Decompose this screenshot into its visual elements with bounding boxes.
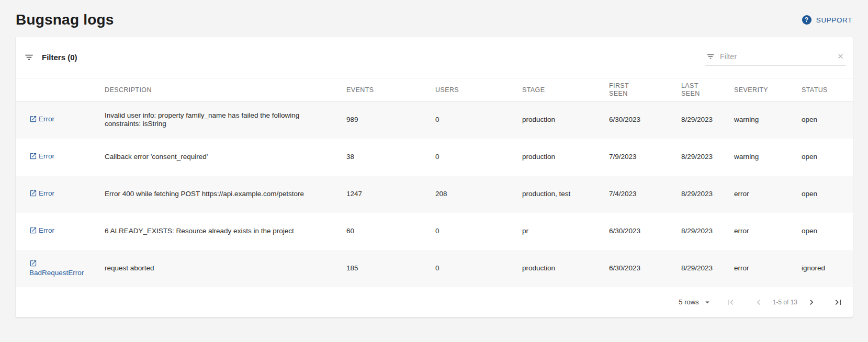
column-header-link bbox=[16, 78, 96, 101]
cell-status: open bbox=[793, 101, 853, 139]
first-page-button[interactable] bbox=[725, 297, 736, 307]
error-details-link[interactable]: Error bbox=[29, 189, 54, 197]
error-link-label: Error bbox=[39, 152, 54, 160]
cell-severity: warning bbox=[726, 139, 793, 176]
filter-input[interactable] bbox=[719, 52, 832, 61]
filters-button[interactable]: Filters (0) bbox=[24, 52, 77, 62]
cell-first-seen: 6/30/2023 bbox=[601, 250, 673, 287]
filter-list-icon bbox=[24, 52, 34, 62]
error-details-link[interactable]: BadRequestError bbox=[29, 259, 84, 277]
cell-stage: production bbox=[514, 101, 601, 139]
pagination-bar: 5 rows 1-5 of 13 bbox=[16, 287, 853, 317]
cell-stage: pr bbox=[514, 213, 601, 250]
error-details-link[interactable]: Error bbox=[29, 115, 54, 123]
table-row: BadRequestError request aborted 185 0 pr… bbox=[16, 250, 853, 287]
filter-list-icon bbox=[706, 52, 715, 61]
error-details-link[interactable]: Error bbox=[29, 226, 54, 234]
external-link-icon bbox=[29, 152, 37, 162]
page-title: Bugsnag logs bbox=[16, 12, 114, 28]
cell-events: 38 bbox=[338, 139, 427, 176]
external-link-icon bbox=[29, 115, 37, 124]
column-header-events[interactable]: EVENTS bbox=[338, 78, 427, 101]
cell-description: request aborted bbox=[96, 250, 338, 287]
cell-events: 60 bbox=[338, 213, 427, 250]
error-link-label: Error bbox=[39, 115, 54, 123]
cell-status: ignored bbox=[793, 250, 853, 287]
cell-status: open bbox=[793, 139, 853, 176]
cell-users: 0 bbox=[427, 139, 514, 176]
cell-last-seen: 8/29/2023 bbox=[673, 213, 726, 250]
cell-first-seen: 6/30/2023 bbox=[601, 101, 673, 139]
column-header-description[interactable]: DESCRIPTION bbox=[96, 78, 338, 101]
cell-stage: production bbox=[514, 139, 601, 176]
cell-severity: error bbox=[726, 213, 793, 250]
logs-card: Filters (0) DESCRIPTION EVENTS USERS STA… bbox=[16, 37, 853, 317]
cell-first-seen: 7/4/2023 bbox=[601, 176, 673, 213]
cell-description: Error 400 while fetching POST https://ap… bbox=[96, 176, 338, 213]
error-details-link[interactable]: Error bbox=[29, 152, 54, 160]
table-row: Error Invalid user info: property family… bbox=[16, 101, 853, 139]
error-link-label: Error bbox=[39, 226, 54, 234]
error-link-label: BadRequestError bbox=[29, 269, 84, 277]
table-row: Error Callback error 'consent_required' … bbox=[16, 139, 853, 176]
cell-severity: warning bbox=[726, 101, 793, 139]
filters-label: Filters (0) bbox=[42, 53, 77, 62]
table-row: Error Error 400 while fetching POST http… bbox=[16, 176, 853, 213]
cell-last-seen: 8/29/2023 bbox=[673, 250, 726, 287]
cell-events: 1247 bbox=[338, 176, 427, 213]
cell-last-seen: 8/29/2023 bbox=[673, 176, 726, 213]
cell-status: open bbox=[793, 213, 853, 250]
top-bar: Bugsnag logs ? SUPPORT bbox=[0, 0, 868, 37]
arrow-drop-down-icon bbox=[703, 298, 712, 307]
previous-page-button[interactable] bbox=[753, 297, 764, 307]
last-page-button[interactable] bbox=[833, 297, 843, 307]
cell-description: Invalid user info: property family_name … bbox=[96, 101, 338, 139]
cell-first-seen: 7/9/2023 bbox=[601, 139, 673, 176]
cell-first-seen: 6/30/2023 bbox=[601, 213, 673, 250]
table-header-row: DESCRIPTION EVENTS USERS STAGE FIRST SEE… bbox=[16, 78, 853, 101]
support-label: SUPPORT bbox=[816, 16, 852, 24]
cell-users: 0 bbox=[427, 213, 514, 250]
cell-users: 208 bbox=[427, 176, 514, 213]
cell-status: open bbox=[793, 176, 853, 213]
next-page-button[interactable] bbox=[806, 297, 817, 307]
external-link-icon bbox=[29, 189, 37, 199]
help-icon: ? bbox=[802, 15, 811, 25]
rows-per-page-label: 5 rows bbox=[679, 298, 698, 306]
external-link-icon bbox=[29, 259, 37, 269]
cell-stage: production bbox=[514, 250, 601, 287]
external-link-icon bbox=[29, 226, 37, 236]
cell-stage: production, test bbox=[514, 176, 601, 213]
cell-users: 0 bbox=[427, 250, 514, 287]
cell-last-seen: 8/29/2023 bbox=[673, 139, 726, 176]
column-header-status[interactable]: STATUS bbox=[793, 78, 853, 101]
table-row: Error 6 ALREADY_EXISTS: Resource already… bbox=[16, 213, 853, 250]
column-header-users[interactable]: USERS bbox=[427, 78, 514, 101]
cell-last-seen: 8/29/2023 bbox=[673, 101, 726, 139]
cell-description: 6 ALREADY_EXISTS: Resource already exist… bbox=[96, 213, 338, 250]
filter-field bbox=[705, 50, 846, 65]
cell-severity: error bbox=[726, 176, 793, 213]
clear-filter-button[interactable] bbox=[837, 52, 844, 60]
error-link-label: Error bbox=[39, 189, 54, 197]
column-header-last-seen[interactable]: LAST SEEN bbox=[673, 78, 726, 101]
pagination-range: 1-5 of 13 bbox=[773, 299, 797, 306]
support-button[interactable]: ? SUPPORT bbox=[802, 15, 852, 25]
cell-severity: error bbox=[726, 250, 793, 287]
cell-events: 185 bbox=[338, 250, 427, 287]
card-toolbar: Filters (0) bbox=[16, 37, 853, 78]
column-header-first-seen[interactable]: FIRST SEEN bbox=[601, 78, 673, 101]
cell-users: 0 bbox=[427, 101, 514, 139]
cell-description: Callback error 'consent_required' bbox=[96, 139, 338, 176]
column-header-severity[interactable]: SEVERITY bbox=[726, 78, 793, 101]
rows-per-page-select[interactable]: 5 rows bbox=[679, 298, 712, 307]
cell-events: 989 bbox=[338, 101, 427, 139]
error-logs-table: DESCRIPTION EVENTS USERS STAGE FIRST SEE… bbox=[16, 78, 853, 287]
column-header-stage[interactable]: STAGE bbox=[514, 78, 601, 101]
